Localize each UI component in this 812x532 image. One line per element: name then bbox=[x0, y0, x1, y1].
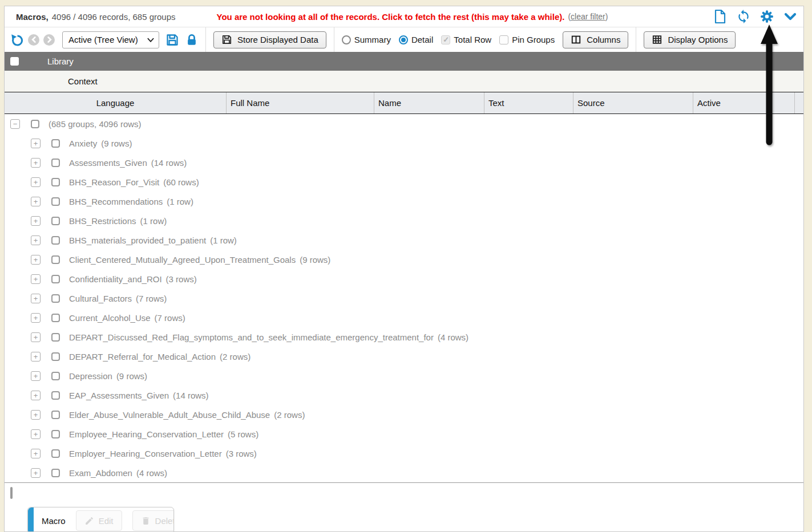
chevron-down-icon[interactable] bbox=[783, 9, 798, 24]
group-name[interactable]: DEPART_Referral_for_Medical_Action bbox=[69, 352, 216, 362]
lock-icon[interactable] bbox=[185, 33, 198, 47]
group-name[interactable]: Cultural_Factors bbox=[69, 294, 132, 303]
group-row-count: (2 rows) bbox=[274, 410, 305, 420]
row-checkbox[interactable] bbox=[31, 120, 39, 128]
group-name[interactable]: Client_Centered_Mutually_Agreed_Upon_Tre… bbox=[69, 255, 296, 265]
columns-button[interactable]: Columns bbox=[563, 31, 628, 48]
back-icon[interactable] bbox=[28, 34, 39, 46]
expand-icon[interactable]: + bbox=[31, 410, 41, 420]
row-checkbox[interactable] bbox=[51, 333, 60, 342]
store-displayed-data-button[interactable]: Store Displayed Data bbox=[213, 31, 326, 48]
column-header-name[interactable]: Name bbox=[374, 92, 484, 113]
group-name[interactable]: BHS_materials_provided_to_patient bbox=[69, 235, 206, 245]
clear-filter-link[interactable]: clear filter bbox=[571, 12, 605, 21]
row-checkbox[interactable] bbox=[51, 430, 60, 438]
column-header-full-name[interactable]: Full Name bbox=[227, 92, 374, 113]
detail-radio[interactable] bbox=[399, 35, 408, 44]
row-checkbox[interactable] bbox=[51, 294, 60, 303]
group-name[interactable]: Exam_Abdomen bbox=[69, 468, 132, 478]
expand-icon[interactable]: + bbox=[31, 255, 41, 265]
row-checkbox[interactable] bbox=[51, 391, 60, 400]
total-row-checkbox[interactable] bbox=[441, 35, 450, 44]
row-checkbox[interactable] bbox=[51, 178, 60, 186]
edit-button[interactable]: Edit bbox=[76, 510, 122, 531]
library-group-header: Library bbox=[5, 52, 803, 71]
macro-panel-label: Macro bbox=[42, 516, 66, 526]
expand-icon[interactable]: + bbox=[31, 197, 41, 206]
tree-group-row: + DEPART_Discussed_Red_Flag_symptoms_and… bbox=[5, 327, 803, 347]
save-view-icon[interactable] bbox=[165, 33, 179, 47]
expand-icon[interactable]: + bbox=[31, 313, 41, 323]
row-checkbox[interactable] bbox=[51, 469, 60, 477]
view-select[interactable]: Active (Tree View) bbox=[62, 31, 159, 48]
undo-icon[interactable] bbox=[10, 33, 24, 47]
group-name[interactable]: Elder_Abuse_Vulnerable_Adult_Abuse_Child… bbox=[69, 410, 270, 420]
expand-icon[interactable]: + bbox=[31, 449, 41, 458]
column-header-active[interactable]: Active bbox=[693, 92, 795, 113]
expand-icon[interactable]: + bbox=[31, 177, 41, 187]
footer-area: Macro Edit Delete bbox=[5, 482, 803, 532]
row-checkbox[interactable] bbox=[51, 159, 60, 167]
expand-icon[interactable]: + bbox=[31, 216, 41, 226]
group-name[interactable]: Depression bbox=[69, 371, 112, 381]
summary-radio[interactable] bbox=[342, 35, 351, 44]
display-options-button[interactable]: Display Options bbox=[644, 31, 736, 48]
expand-icon[interactable]: + bbox=[31, 391, 41, 400]
group-name[interactable]: EAP_Assessments_Given bbox=[69, 391, 169, 400]
new-document-icon[interactable] bbox=[713, 9, 728, 24]
expand-icon[interactable]: + bbox=[31, 274, 41, 284]
expand-icon[interactable]: + bbox=[31, 352, 41, 362]
group-name[interactable]: BHS_Restrictions bbox=[69, 216, 136, 226]
columns-icon bbox=[571, 34, 581, 45]
group-name[interactable]: DEPART_Discussed_Red_Flag_symptoms_and_t… bbox=[69, 332, 434, 342]
row-checkbox[interactable] bbox=[51, 352, 60, 361]
forward-icon[interactable] bbox=[43, 34, 55, 46]
group-name[interactable]: Confidentiality_and_ROI bbox=[69, 274, 162, 284]
group-row-count: (4 rows) bbox=[438, 332, 468, 342]
column-header-text[interactable]: Text bbox=[484, 92, 573, 113]
tree-group-row: + Client_Centered_Mutually_Agreed_Upon_T… bbox=[5, 250, 803, 269]
expand-icon[interactable]: + bbox=[31, 332, 41, 342]
total-row-label[interactable]: Total Row bbox=[454, 35, 491, 44]
column-header-source[interactable]: Source bbox=[573, 92, 693, 113]
delete-button[interactable]: Delete bbox=[132, 510, 174, 531]
row-checkbox[interactable] bbox=[51, 411, 60, 419]
group-name[interactable]: Assessments_Given bbox=[69, 158, 147, 168]
library-checkbox[interactable] bbox=[10, 57, 19, 66]
expand-icon[interactable]: + bbox=[31, 371, 41, 381]
column-header-language[interactable]: Language bbox=[5, 92, 227, 113]
pin-groups-label[interactable]: Pin Groups bbox=[512, 35, 555, 44]
detail-label[interactable]: Detail bbox=[411, 35, 433, 44]
row-checkbox[interactable] bbox=[51, 139, 60, 148]
group-name[interactable]: BHS_Reason_For_Visit bbox=[69, 177, 159, 187]
group-name[interactable]: Employer_Hearing_Conservation_Letter bbox=[69, 449, 222, 458]
row-checkbox[interactable] bbox=[51, 449, 60, 458]
expand-icon[interactable]: + bbox=[31, 139, 41, 148]
group-name[interactable]: Current_Alcohol_Use bbox=[69, 313, 151, 323]
group-name[interactable]: BHS_Recommendations bbox=[69, 197, 163, 206]
collapse-icon[interactable]: − bbox=[10, 119, 20, 129]
expand-icon[interactable]: + bbox=[31, 158, 41, 168]
tree-root-row: − (685 groups, 4096 rows) bbox=[5, 114, 803, 133]
summary-label[interactable]: Summary bbox=[354, 35, 391, 44]
group-name[interactable]: Employee_Hearing_Conservation_Letter bbox=[69, 429, 224, 439]
group-name[interactable]: Anxiety bbox=[69, 139, 97, 148]
row-checkbox[interactable] bbox=[51, 197, 60, 206]
expand-icon[interactable]: + bbox=[31, 429, 41, 439]
row-checkbox[interactable] bbox=[51, 314, 60, 322]
group-row-count: (3 rows) bbox=[226, 449, 257, 458]
row-checkbox[interactable] bbox=[51, 217, 60, 225]
row-checkbox[interactable] bbox=[51, 236, 60, 245]
gear-icon[interactable] bbox=[760, 9, 774, 24]
expand-icon[interactable]: + bbox=[31, 468, 41, 478]
footer-checkbox[interactable] bbox=[10, 487, 13, 499]
row-checkbox[interactable] bbox=[51, 255, 60, 264]
expand-icon[interactable]: + bbox=[31, 235, 41, 245]
pin-groups-checkbox[interactable] bbox=[499, 35, 508, 44]
row-checkbox[interactable] bbox=[51, 372, 60, 380]
row-checkbox[interactable] bbox=[51, 275, 60, 283]
macro-accent-bar bbox=[28, 507, 34, 532]
expand-icon[interactable]: + bbox=[31, 294, 41, 303]
refresh-icon[interactable] bbox=[736, 9, 751, 24]
fetch-warning-link[interactable]: You are not looking at all of the record… bbox=[217, 12, 565, 22]
